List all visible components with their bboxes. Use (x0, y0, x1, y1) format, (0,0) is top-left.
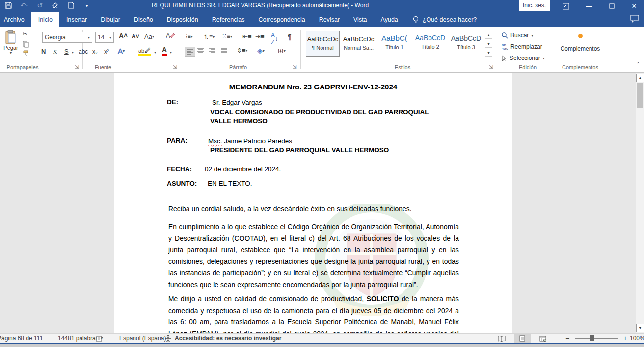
tab-insertar[interactable]: Insertar (59, 12, 94, 27)
line-spacing-icon[interactable]: ⇕≡ ▾ (237, 47, 248, 54)
bold-button[interactable]: N (41, 48, 46, 55)
tab-correspondencia[interactable]: Correspondencia (251, 12, 312, 27)
zoom-slider-thumb[interactable] (590, 335, 594, 341)
proofing-error-icon[interactable]: x (96, 335, 104, 342)
clear-formatting-icon[interactable]: A (166, 32, 175, 40)
increase-indent-icon[interactable]: ⇥≡ (255, 33, 264, 40)
format-painter-icon[interactable] (23, 50, 29, 57)
tab-diseno[interactable]: Diseño (127, 12, 160, 27)
multilevel-list-icon[interactable]: ⁙≡ ▾ (222, 33, 232, 40)
tab-referencias[interactable]: Referencias (205, 12, 252, 27)
paste-button[interactable]: Pegar ▾ (1, 30, 21, 55)
style-sample: AaBbCcDc (306, 35, 339, 43)
text-effects-icon[interactable]: A ▾ (118, 47, 125, 55)
document-page[interactable]: MEMORANDUM Nro. 23 GADPRVH-ENV-12-2024 D… (114, 73, 512, 333)
maximize-icon[interactable] (602, 0, 621, 12)
styles-scroll-down-icon[interactable]: ▾ (485, 40, 492, 48)
highlight-color-icon[interactable]: ab🖉 (138, 47, 151, 56)
web-layout-icon[interactable] (535, 334, 551, 343)
shrink-font-icon[interactable]: A˅ (132, 33, 139, 40)
styles-gallery-more-icon[interactable]: ▾ (485, 49, 492, 57)
styles-scroll-up-icon[interactable]: ▴ (485, 31, 492, 39)
svg-text:x: x (101, 336, 103, 339)
word-count[interactable]: 14481 palabras (58, 335, 99, 342)
print-layout-icon[interactable] (514, 334, 531, 343)
memo-title: MEMORANDUM Nro. 23 GADPRVH-ENV-12-2024 (114, 83, 512, 91)
replace-button[interactable]: ab⤷ac Reemplazar (502, 43, 542, 50)
font-color-dropdown-arrow[interactable]: ▾ (170, 50, 172, 55)
font-color-icon[interactable]: A (162, 46, 167, 56)
tell-me-box[interactable]: ¿Qué desea hacer? (405, 12, 477, 27)
find-button[interactable]: Buscar▾ (502, 32, 533, 39)
justify-button[interactable] (221, 48, 227, 53)
show-paragraph-marks-icon[interactable]: ¶ (288, 33, 292, 41)
ribbon-display-options-icon[interactable] (556, 0, 576, 12)
zoom-in-icon[interactable]: + (623, 334, 627, 342)
accessibility-icon[interactable] (165, 335, 171, 342)
tab-ayuda[interactable]: Ayuda (374, 12, 405, 27)
tab-disposicion[interactable]: Disposición (160, 12, 205, 27)
p3-solicito: SOLICITO (367, 295, 399, 303)
style-sample: AaBbCcD (450, 34, 483, 42)
font-size-combo[interactable]: 14▾ (95, 32, 114, 43)
style-normal-sa[interactable]: AaBbCcDc Normal Sa... (342, 31, 376, 57)
collapse-ribbon-icon[interactable]: ⌃ (636, 61, 640, 67)
subscript-icon[interactable]: x₂ (92, 48, 98, 55)
tab-dibujar[interactable]: Dibujar (94, 12, 127, 27)
page-indicator[interactable]: Página 68 de 111 (0, 335, 43, 342)
lightbulb-icon (413, 16, 419, 24)
decrease-indent-icon[interactable]: ⇤≡ (242, 33, 251, 40)
paragraph-dialog-launcher-icon[interactable]: ⇲ (293, 64, 296, 70)
zoom-out-icon[interactable]: − (565, 334, 569, 342)
close-icon[interactable]: ✕ (624, 0, 644, 12)
language-indicator[interactable]: Español (España) (119, 335, 166, 342)
grow-font-icon[interactable]: A˄ (119, 32, 128, 40)
borders-icon[interactable]: ⊞ ▾ (278, 47, 286, 55)
underline-dropdown-arrow[interactable]: ▾ (72, 50, 74, 55)
sign-in-button[interactable]: Inic. ses. (519, 0, 550, 11)
comments-icon[interactable] (630, 15, 639, 23)
cut-icon[interactable]: ✂ (23, 31, 27, 37)
style-normal[interactable]: AaBbCcDc ¶ Normal (306, 31, 340, 57)
align-left-button[interactable] (185, 47, 195, 57)
highlight-dropdown-arrow[interactable]: ▾ (154, 50, 156, 55)
style-titulo-3[interactable]: AaBbCcD Título 3 (449, 31, 483, 57)
de-name: Sr. Edgar Vargas (212, 99, 262, 106)
numbering-icon[interactable]: ⒈≡ ▾ (203, 33, 215, 41)
fecha-label: FECHA: (167, 165, 192, 173)
style-titulo-2[interactable]: AaBbCcD Título 2 (413, 31, 447, 57)
minimize-icon[interactable]: — (579, 0, 599, 12)
font-name-combo[interactable]: Georgia▾ (42, 32, 92, 43)
addins-button[interactable]: Complementos (557, 31, 604, 52)
align-right-button[interactable] (209, 48, 215, 53)
align-center-button[interactable] (197, 48, 204, 53)
tab-archivo[interactable]: Archivo (0, 12, 31, 27)
tab-revisar[interactable]: Revisar (312, 12, 347, 27)
vertical-scrollbar[interactable]: ▲ ▼ (636, 73, 644, 333)
shading-icon[interactable]: ◈ ▾ (257, 47, 265, 55)
scroll-down-icon[interactable]: ▼ (636, 324, 644, 332)
scrollbar-thumb[interactable] (637, 83, 643, 108)
styles-dialog-launcher-icon[interactable]: ⇲ (489, 64, 493, 70)
document-area[interactable]: MEMORANDUM Nro. 23 GADPRVH-ENV-12-2024 D… (0, 73, 644, 333)
sort-icon[interactable]: AZ↓ (271, 32, 278, 46)
zoom-level[interactable]: 100% (630, 335, 644, 342)
style-titulo-1[interactable]: AaBbC( Título 1 (377, 31, 411, 57)
strikethrough-icon[interactable]: abc (79, 48, 88, 55)
ribbon: Pegar ▾ ✂ Portapapeles ⇲ Georgia▾ 14▾ A˄… (0, 27, 644, 73)
scroll-up-icon[interactable]: ▲ (636, 74, 644, 82)
underline-button[interactable]: S (64, 48, 69, 55)
misspelled-word: Msc. (208, 137, 222, 145)
superscript-icon[interactable]: x² (104, 48, 109, 55)
tab-inicio[interactable]: Inicio (31, 12, 59, 27)
accessibility-status[interactable]: Accesibilidad: es necesario investigar (175, 335, 281, 342)
tab-vista[interactable]: Vista (347, 12, 374, 27)
copy-icon[interactable] (23, 41, 29, 48)
zoom-slider-track[interactable] (575, 338, 618, 339)
bullets-icon[interactable]: ⁝≡ ▾ (186, 33, 193, 40)
read-mode-icon[interactable] (493, 334, 510, 343)
italic-button[interactable]: K (53, 48, 57, 56)
font-dialog-launcher-icon[interactable]: ⇲ (173, 64, 177, 70)
change-case-icon[interactable]: Aa ▾ (144, 33, 154, 40)
select-button[interactable]: Seleccionar▾ (502, 55, 545, 61)
